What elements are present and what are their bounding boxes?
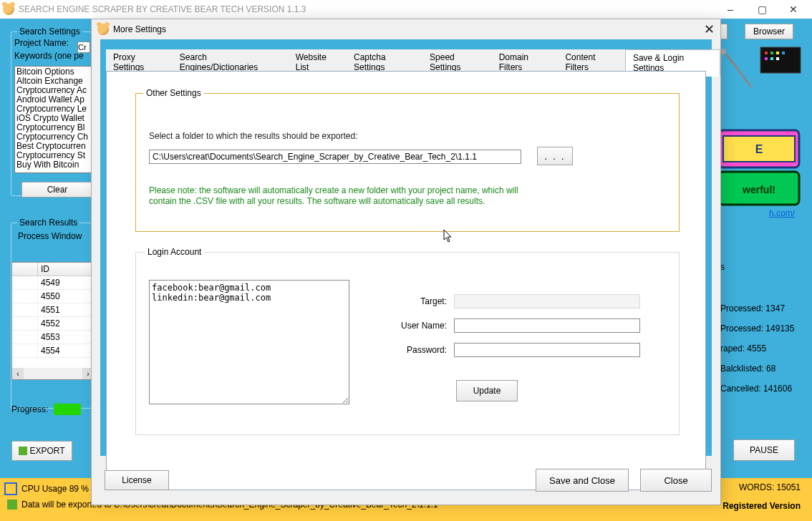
- window-close-button[interactable]: ✕: [778, 0, 809, 19]
- other-settings-group: Other Settings Select a folder to which …: [135, 93, 680, 232]
- save-and-close-button[interactable]: Save and Close: [536, 469, 629, 492]
- svg-rect-1: [765, 52, 768, 54]
- browser-button[interactable]: Browser: [745, 24, 793, 39]
- table-row[interactable]: 4550: [12, 290, 94, 303]
- export-label: EXPORT: [29, 446, 64, 456]
- words-label: WORDS: 15051: [739, 482, 801, 492]
- dialog-title: More Settings: [113, 24, 166, 34]
- dialog-titlebar: More Settings ✕: [92, 19, 720, 39]
- svg-text:E: E: [755, 143, 763, 155]
- table-row[interactable]: 4551: [12, 303, 94, 317]
- table-header: ID: [12, 263, 94, 276]
- update-button[interactable]: Update: [456, 380, 518, 401]
- license-button[interactable]: License: [105, 470, 169, 490]
- horizontal-scrollbar[interactable]: ‹ ›: [12, 368, 94, 379]
- password-label: Password:: [401, 345, 447, 355]
- stats-cancelled: Cancelled: 141606: [720, 384, 799, 394]
- maximize-button[interactable]: ▢: [746, 0, 778, 19]
- folder-note: Please note: the software will automatic…: [149, 185, 528, 207]
- svg-rect-6: [770, 57, 773, 60]
- table-row[interactable]: 4554: [12, 344, 94, 358]
- other-settings-title: Other Settings: [143, 88, 204, 98]
- export-button[interactable]: EXPORT: [11, 441, 72, 461]
- svg-rect-2: [770, 52, 773, 54]
- settings-tabs: Proxy SettingsSearch Engines/Dictionarie…: [106, 54, 720, 71]
- svg-rect-7: [776, 57, 779, 60]
- svg-point-8: [720, 49, 726, 54]
- pause-button[interactable]: PAUSE: [733, 439, 795, 461]
- minimize-button[interactable]: –: [715, 0, 746, 19]
- project-name-input[interactable]: [77, 42, 90, 53]
- app-title: SEARCH ENGINE SCRAPER BY CREATIVE BEAR T…: [19, 4, 306, 14]
- dialog-close-icon[interactable]: ✕: [704, 21, 715, 37]
- folder-label: Select a folder to which the results sho…: [149, 131, 358, 141]
- id-cell: 4551: [38, 303, 94, 316]
- username-input[interactable]: [454, 318, 640, 333]
- app-icon: [3, 4, 14, 15]
- table-row[interactable]: 4549: [12, 276, 94, 290]
- keywords-label: Keywords (one pe: [14, 51, 84, 61]
- table-row[interactable]: 4552: [12, 317, 94, 331]
- id-cell: 4554: [38, 344, 94, 357]
- id-cell: 4552: [38, 317, 94, 330]
- registered-label: Registered Version: [722, 501, 801, 511]
- svg-text:werful!: werful!: [742, 184, 775, 195]
- dialog-icon: [97, 24, 109, 35]
- keyword-item[interactable]: Buy With Bitcoin: [16, 160, 91, 170]
- stats-processed-1: Processed: 1347: [720, 303, 799, 313]
- table-row[interactable]: 4553: [12, 331, 94, 344]
- search-results-title: Search Results: [17, 218, 79, 228]
- stats-scraped: raped: 4555: [720, 344, 799, 354]
- stats-s: s: [720, 262, 799, 272]
- more-settings-dialog: More Settings ✕ Proxy SettingsSearch Eng…: [91, 19, 721, 505]
- keywords-list[interactable]: Bitcoin OptionsAltcoin ExchangeCryptocur…: [14, 66, 93, 173]
- main-titlebar: SEARCH ENGINE SCRAPER BY CREATIVE BEAR T…: [0, 0, 812, 19]
- username-label: User Name:: [401, 321, 447, 331]
- browse-folder-button[interactable]: . . .: [537, 147, 573, 165]
- svg-rect-4: [782, 52, 785, 54]
- target-input: [454, 294, 640, 308]
- clear-button[interactable]: Clear: [21, 182, 93, 198]
- process-window-label: Process Window: [18, 231, 82, 241]
- id-cell: 4550: [38, 290, 94, 303]
- dialog-footer: License Save and Close Close: [100, 464, 712, 496]
- website-link[interactable]: h.com/: [769, 208, 795, 218]
- search-settings-title: Search Settings: [17, 26, 82, 36]
- stats-box: s Processed: 1347 Processed: 149135 rape…: [720, 262, 799, 412]
- login-account-title: Login Account: [145, 247, 204, 257]
- stats-blacklisted: Balcklisted: 68: [720, 364, 799, 374]
- id-cell: 4549: [38, 276, 94, 289]
- progress-row: Progress:: [11, 404, 81, 415]
- close-button[interactable]: Close: [640, 469, 712, 492]
- id-header: ID: [38, 263, 94, 276]
- decorative-graphic: E werful!: [716, 44, 802, 209]
- progress-bar: [54, 404, 81, 415]
- cpu-usage-label: CPU Usage 89 %: [21, 484, 89, 494]
- login-account-group: Login Account Target: User Name: Passwor…: [135, 252, 680, 435]
- excel-icon: [19, 447, 27, 455]
- id-cell: 4553: [38, 331, 94, 344]
- target-label: Target:: [401, 296, 447, 306]
- progress-label: Progress:: [11, 404, 48, 414]
- excel-status-icon: [7, 500, 17, 510]
- svg-rect-5: [765, 57, 768, 60]
- password-input[interactable]: [454, 343, 640, 357]
- tab-panel-save-login: Other Settings Select a folder to which …: [106, 71, 706, 490]
- svg-rect-3: [776, 52, 779, 54]
- results-table[interactable]: ID 454945504551455245534554 ‹ ›: [11, 262, 95, 380]
- stats-processed-2: Processed: 149135: [720, 323, 799, 333]
- cpu-icon: [4, 482, 17, 495]
- project-name-label: Project Name:: [14, 38, 69, 48]
- export-folder-input[interactable]: [149, 150, 521, 164]
- accounts-list[interactable]: [149, 280, 349, 404]
